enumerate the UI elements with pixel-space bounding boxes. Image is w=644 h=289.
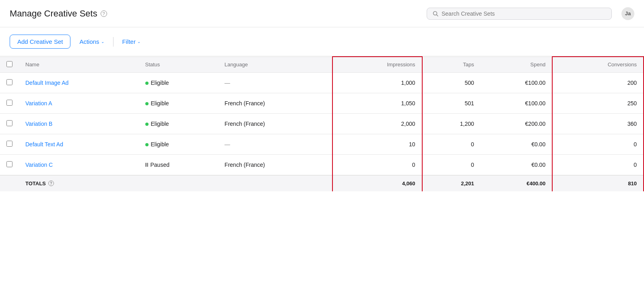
row-status: Eligible — [139, 93, 218, 113]
row-name: Variation C — [19, 154, 139, 175]
row-spend: €200.00 — [481, 113, 552, 134]
creative-set-link[interactable]: Default Text Ad — [25, 141, 63, 148]
row-taps: 1,200 — [422, 113, 481, 134]
totals-spend: €400.00 — [481, 175, 552, 191]
th-taps: Taps — [422, 57, 481, 72]
creative-sets-table-wrapper: Name Status Language Impressions Taps Sp… — [0, 56, 644, 191]
row-name: Variation A — [19, 93, 139, 113]
status-text: Eligible — [151, 141, 169, 148]
toolbar-divider — [113, 37, 114, 47]
status-text: Eligible — [151, 121, 169, 127]
row-checkbox-cell — [0, 113, 19, 134]
row-checkbox-cell — [0, 93, 19, 113]
row-0-checkbox[interactable] — [6, 79, 12, 85]
row-language: French (France) — [218, 154, 333, 175]
row-language: French (France) — [218, 93, 333, 113]
row-checkbox-cell — [0, 134, 19, 154]
row-status: Eligible — [139, 134, 218, 154]
user-avatar[interactable]: Ja — [621, 7, 634, 20]
row-conversions: 200 — [552, 72, 644, 93]
status-dot-eligible — [145, 123, 149, 126]
table-header-row: Name Status Language Impressions Taps Sp… — [0, 57, 644, 72]
actions-chevron-icon: ⌄ — [101, 39, 104, 44]
search-input[interactable] — [442, 10, 606, 17]
table-row: Variation BEligibleFrench (France)2,0001… — [0, 113, 644, 134]
top-header: Manage Creative Sets ? Ja — [0, 0, 644, 27]
row-impressions: 1,050 — [332, 93, 422, 113]
actions-label: Actions — [79, 38, 99, 45]
creative-sets-table: Name Status Language Impressions Taps Sp… — [0, 56, 644, 191]
row-name: Default Image Ad — [19, 72, 139, 93]
select-all-checkbox[interactable] — [6, 61, 12, 67]
totals-impressions: 4,060 — [332, 175, 422, 191]
totals-row: TOTALS ? 4,060 2,201 €400.00 810 — [0, 175, 644, 191]
creative-set-link[interactable]: Variation C — [25, 162, 53, 168]
creative-set-link[interactable]: Variation B — [25, 121, 52, 127]
filter-button[interactable]: Filter ⌄ — [117, 35, 146, 48]
row-taps: 500 — [422, 72, 481, 93]
row-conversions: 0 — [552, 154, 644, 175]
th-checkbox — [0, 57, 19, 72]
table-body: Default Image AdEligible—1,000500€100.00… — [0, 72, 644, 175]
totals-taps: 2,201 — [422, 175, 481, 191]
page-title: Manage Creative Sets ? — [10, 8, 107, 19]
row-spend: €0.00 — [481, 154, 552, 175]
row-conversions: 0 — [552, 134, 644, 154]
paused-icon — [145, 163, 148, 167]
language-dash: — — [225, 141, 230, 148]
row-impressions: 1,000 — [332, 72, 422, 93]
row-spend: €0.00 — [481, 134, 552, 154]
row-status: Eligible — [139, 72, 218, 93]
totals-text: TOTALS — [25, 180, 46, 187]
row-language: — — [218, 134, 333, 154]
row-status: Paused — [139, 154, 218, 175]
row-taps: 501 — [422, 93, 481, 113]
page-title-text: Manage Creative Sets — [10, 8, 97, 19]
status-dot-eligible — [145, 102, 149, 105]
status-text: Paused — [151, 162, 169, 168]
th-status: Status — [139, 57, 218, 72]
language-dash: — — [225, 80, 230, 86]
row-language: French (France) — [218, 113, 333, 134]
row-name: Variation B — [19, 113, 139, 134]
row-taps: 0 — [422, 134, 481, 154]
filter-label: Filter — [122, 38, 136, 45]
table-row: Variation CPausedFrench (France)00€0.000 — [0, 154, 644, 175]
row-impressions: 2,000 — [332, 113, 422, 134]
title-help-icon[interactable]: ? — [101, 10, 107, 17]
totals-label-cell: TOTALS ? — [19, 175, 332, 191]
svg-line-1 — [437, 14, 438, 16]
filter-chevron-icon: ⌄ — [137, 39, 140, 44]
row-spend: €100.00 — [481, 72, 552, 93]
th-impressions: Impressions — [332, 57, 422, 72]
totals-help-icon[interactable]: ? — [48, 180, 54, 186]
toolbar: Add Creative Set Actions ⌄ Filter ⌄ — [0, 27, 644, 56]
th-spend: Spend — [481, 57, 552, 72]
th-conversions: Conversions — [552, 57, 644, 72]
table-row: Default Text AdEligible—100€0.000 — [0, 134, 644, 154]
status-dot-eligible — [145, 143, 149, 146]
row-2-checkbox[interactable] — [6, 120, 12, 126]
row-impressions: 10 — [332, 134, 422, 154]
search-icon — [433, 11, 438, 16]
row-3-checkbox[interactable] — [6, 141, 12, 147]
row-impressions: 0 — [332, 154, 422, 175]
row-status: Eligible — [139, 113, 218, 134]
row-spend: €100.00 — [481, 93, 552, 113]
status-dot-eligible — [145, 82, 149, 85]
totals-checkbox-cell — [0, 175, 19, 191]
creative-set-link[interactable]: Default Image Ad — [25, 80, 68, 86]
add-creative-set-button[interactable]: Add Creative Set — [10, 35, 70, 49]
search-wrapper — [427, 8, 612, 20]
row-4-checkbox[interactable] — [6, 161, 12, 167]
row-language: — — [218, 72, 333, 93]
actions-button[interactable]: Actions ⌄ — [74, 35, 109, 48]
totals-conversions: 810 — [552, 175, 644, 191]
table-row: Variation AEligibleFrench (France)1,0505… — [0, 93, 644, 113]
creative-set-link[interactable]: Variation A — [25, 100, 52, 107]
row-checkbox-cell — [0, 154, 19, 175]
row-checkbox-cell — [0, 72, 19, 93]
row-1-checkbox[interactable] — [6, 100, 12, 106]
row-taps: 0 — [422, 154, 481, 175]
table-row: Default Image AdEligible—1,000500€100.00… — [0, 72, 644, 93]
